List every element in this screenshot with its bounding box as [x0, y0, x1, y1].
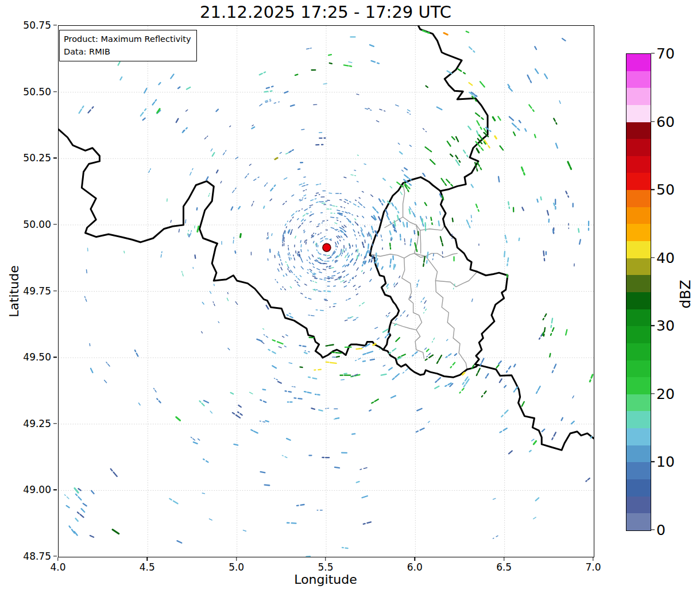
colorbar-tick-mark — [651, 189, 655, 189]
x-tick-label: 5.5 — [318, 561, 333, 573]
y-tick-label: 50.50 — [11, 86, 51, 98]
y-tick-label: 50.75 — [11, 20, 51, 31]
x-tick-mark — [504, 557, 504, 561]
colorbar-segment — [626, 462, 651, 479]
y-tick-label: 48.75 — [11, 551, 51, 562]
colorbar-segment — [626, 105, 651, 122]
colorbar-segment — [626, 122, 651, 139]
x-tick-mark — [325, 557, 326, 561]
x-tick-mark — [593, 557, 593, 561]
colorbar-tick-label: 20 — [656, 385, 675, 402]
colorbar-tick-label: 10 — [656, 453, 675, 470]
colorbar-segment — [626, 71, 651, 88]
colorbar-segment — [626, 54, 651, 71]
y-axis-label: Latitude — [7, 257, 21, 326]
colorbar-tick-mark — [651, 121, 655, 122]
data-source-line: Data: RMIB — [64, 45, 191, 58]
colorbar-unit-label: dBZ — [677, 260, 694, 329]
colorbar-segment — [626, 445, 651, 463]
colorbar-segment — [626, 292, 651, 309]
colorbar-segment — [626, 139, 651, 156]
radar-map-canvas — [59, 26, 594, 557]
colorbar-segment — [626, 224, 651, 241]
colorbar-segment — [626, 207, 651, 224]
figure-title: 21.12.2025 17:25 - 17:29 UTC — [58, 2, 593, 22]
colorbar-segment — [626, 156, 651, 173]
y-tick-mark — [53, 224, 57, 224]
y-tick-mark — [53, 423, 57, 424]
x-tick-mark — [147, 557, 148, 561]
colorbar-segment — [626, 326, 651, 343]
colorbar-segment — [626, 190, 651, 207]
colorbar-segment — [626, 428, 651, 445]
x-tick-mark — [236, 557, 237, 561]
colorbar-segment — [626, 343, 651, 360]
colorbar-segment — [626, 513, 651, 530]
colorbar-segment — [626, 258, 651, 276]
colorbar-segment — [626, 241, 651, 258]
colorbar-segment — [626, 309, 651, 327]
colorbar-tick-mark — [651, 393, 655, 394]
y-tick-mark — [53, 25, 57, 25]
y-tick-label: 50.00 — [11, 219, 51, 230]
x-axis-label: Longitude — [58, 572, 593, 587]
y-tick-mark — [53, 158, 57, 158]
y-tick-label: 49.50 — [11, 351, 51, 363]
colorbar — [626, 53, 651, 531]
x-tick-mark — [415, 557, 415, 561]
colorbar-segment — [626, 411, 651, 428]
map-plot-area — [58, 25, 594, 557]
y-tick-mark — [53, 91, 57, 92]
colorbar-tick-mark — [651, 325, 655, 326]
colorbar-tick-label: 50 — [656, 181, 675, 198]
colorbar-tick-mark — [651, 529, 655, 530]
colorbar-tick-label: 60 — [656, 113, 675, 130]
colorbar-segment — [626, 479, 651, 497]
x-tick-label: 4.0 — [50, 561, 65, 573]
colorbar-segment — [626, 88, 651, 105]
x-tick-label: 6.5 — [496, 561, 512, 573]
product-info-line: Product: Maximum Reflectivity — [64, 33, 191, 45]
colorbar-tick-mark — [651, 53, 655, 53]
colorbar-segment — [626, 173, 651, 190]
x-tick-label: 5.0 — [229, 561, 244, 573]
colorbar-tick-mark — [651, 257, 655, 258]
colorbar-tick-label: 40 — [656, 249, 675, 266]
y-tick-label: 50.25 — [11, 152, 51, 164]
colorbar-tick-mark — [651, 462, 655, 462]
radar-figure: 21.12.2025 17:25 - 17:29 UTC Product: Ma… — [0, 0, 700, 597]
y-tick-label: 49.00 — [11, 484, 51, 495]
colorbar-segment — [626, 377, 651, 394]
colorbar-segment — [626, 360, 651, 378]
product-info-box: Product: Maximum Reflectivity Data: RMIB — [59, 30, 197, 61]
x-tick-mark — [57, 557, 58, 561]
y-tick-label: 49.25 — [11, 418, 51, 429]
colorbar-tick-label: 70 — [656, 45, 675, 62]
colorbar-tick-label: 0 — [656, 522, 666, 538]
y-tick-mark — [53, 356, 57, 357]
colorbar-segment — [626, 275, 651, 292]
colorbar-tick-label: 30 — [656, 317, 675, 334]
y-tick-mark — [53, 290, 57, 291]
colorbar-segment — [626, 497, 651, 514]
colorbar-segment — [626, 394, 651, 412]
y-tick-mark — [53, 490, 57, 490]
y-tick-mark — [53, 556, 57, 556]
x-tick-label: 7.0 — [585, 561, 601, 573]
x-tick-label: 4.5 — [140, 561, 155, 573]
x-tick-label: 6.0 — [407, 561, 423, 573]
